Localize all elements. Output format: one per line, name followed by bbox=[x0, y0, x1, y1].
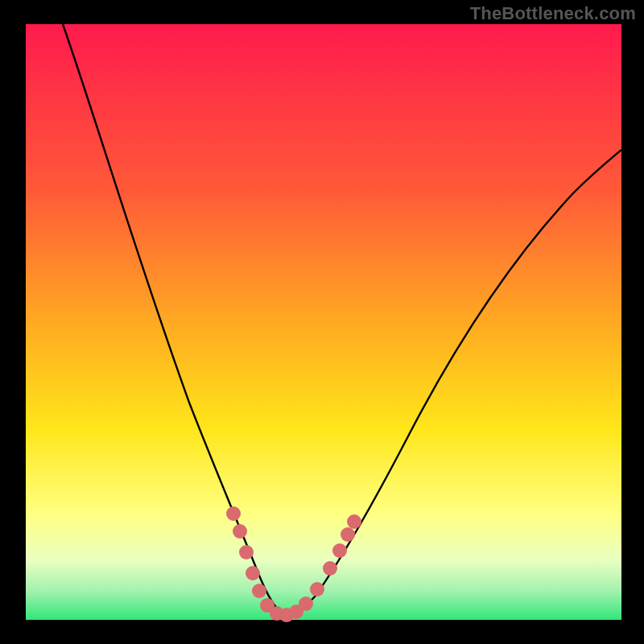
plot-area bbox=[26, 24, 621, 620]
svg-point-13 bbox=[341, 527, 355, 542]
svg-point-2 bbox=[239, 545, 254, 559]
svg-point-3 bbox=[246, 566, 260, 580]
watermark-text: TheBottleneck.com bbox=[470, 3, 636, 24]
svg-point-4 bbox=[252, 584, 266, 598]
svg-point-0 bbox=[226, 506, 241, 521]
svg-point-10 bbox=[310, 582, 324, 597]
svg-point-1 bbox=[233, 524, 247, 539]
chart-frame: TheBottleneck.com bbox=[0, 0, 644, 644]
svg-point-12 bbox=[332, 543, 347, 558]
bottleneck-chart bbox=[0, 0, 644, 644]
svg-point-11 bbox=[323, 561, 337, 576]
svg-point-9 bbox=[299, 597, 313, 611]
svg-point-14 bbox=[347, 514, 361, 529]
